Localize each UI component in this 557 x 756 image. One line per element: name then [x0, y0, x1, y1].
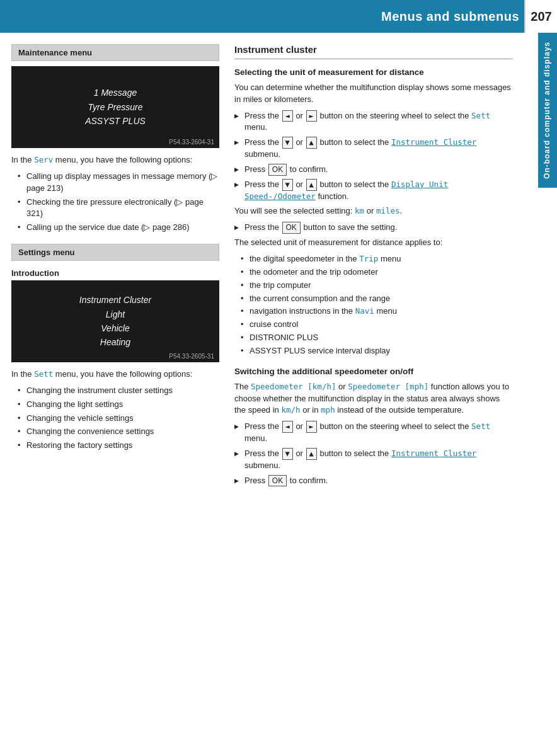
list-item: Changing the convenience settings: [18, 426, 219, 438]
settings-menu-image: Instrument Cluster Light Vehicle Heating…: [11, 280, 219, 362]
page-number: 207: [524, 0, 557, 33]
list-item: cruise control: [241, 319, 513, 331]
maintenance-image-caption: P54.33-2604-31: [169, 139, 214, 146]
maintenance-image-line2: Tyre Pressure: [88, 100, 143, 114]
miles-ref: miles: [376, 206, 400, 215]
serv-menu-ref: Serv: [34, 155, 53, 164]
section2-steps: Press the ◄ or ► button on the steering …: [234, 421, 513, 486]
kmh-ref: km/h: [281, 405, 300, 415]
step5-list: Press the OK button to save the setting.: [234, 222, 513, 234]
maintenance-menu-image: 1 Message Tyre Pressure ASSYST PLUS P54.…: [11, 66, 219, 148]
maintenance-intro: In the Serv menu, you have the following…: [11, 154, 219, 166]
step-2: Press the ▼ or ▲ button to select the In…: [234, 137, 513, 161]
step-5: Press the OK button to save the setting.: [234, 222, 513, 234]
step-3: Press OK to confirm.: [234, 164, 513, 176]
s2-step-3: Press OK to confirm.: [234, 475, 513, 487]
s2-step-1: Press the ◄ or ► button on the steering …: [234, 421, 513, 445]
km-ref: km: [355, 206, 364, 215]
list-item: navigation instructions in the Navi menu: [241, 306, 513, 318]
speedometer-kmh-ref: Speedometer [km/h]: [251, 382, 336, 391]
sett-ref: Sett: [471, 111, 490, 120]
section1-heading: Selecting the unit of measurement for di…: [234, 67, 513, 79]
up-arrow-btn3: ▲: [306, 448, 317, 460]
divider: [234, 59, 513, 59]
step-1: Press the ◄ or ► button on the steering …: [234, 110, 513, 134]
applies-list: the digital speedometer in the Trip menu…: [234, 253, 513, 357]
instrument-cluster-ref2: Instrument Cluster: [391, 449, 476, 458]
section1-steps: Press the ◄ or ► button on the steering …: [234, 110, 513, 203]
list-item: the trip computer: [241, 280, 513, 292]
up-arrow-btn2: ▲: [306, 179, 317, 191]
instrument-cluster-ref: Instrument Cluster: [391, 137, 476, 147]
list-item: the current consumption and the range: [241, 293, 513, 305]
ok-btn3: OK: [268, 475, 287, 487]
down-arrow-btn: ▼: [282, 137, 293, 149]
navi-ref: Navi: [355, 306, 374, 316]
maintenance-menu-label: Maintenance menu: [11, 44, 219, 61]
list-item: ASSYST PLUS service interval display: [241, 345, 513, 357]
top-header: Menus and submenus: [0, 0, 557, 33]
ok-btn: OK: [268, 164, 287, 176]
s2-step-2: Press the ▼ or ▲ button to select the In…: [234, 448, 513, 472]
right-arrow-btn: ►: [306, 110, 317, 122]
maintenance-options-list: Calling up display messages in message m…: [11, 171, 219, 234]
instrument-cluster-heading: Instrument cluster: [234, 44, 513, 55]
main-content: Maintenance menu 1 Message Tyre Pressure…: [0, 33, 538, 501]
side-tab: On-board computer and displays: [538, 33, 557, 188]
list-item: the digital speedometer in the Trip menu: [241, 253, 513, 265]
settings-image-line4: Heating: [100, 335, 130, 349]
section2-para: The Speedometer [km/h] or Speedometer [m…: [234, 381, 513, 417]
settings-image-line1: Instrument Cluster: [79, 293, 151, 307]
down-arrow-btn3: ▼: [282, 448, 293, 460]
left-arrow-btn3: ◄: [282, 421, 293, 433]
list-item: DISTRONIC PLUS: [241, 332, 513, 344]
list-item: Changing the vehicle settings: [18, 413, 219, 425]
settings-image-line2: Light: [106, 307, 125, 321]
settings-image-caption: P54.33-2605-31: [169, 353, 214, 360]
settings-options-list: Changing the instrument cluster settings…: [11, 385, 219, 452]
trip-ref: Trip: [359, 254, 378, 263]
display-unit-ref: Display Unit Speed-/Odometer: [244, 180, 448, 201]
list-item: Changing the light settings: [18, 399, 219, 411]
maintenance-image-line3: ASSYST PLUS: [85, 114, 146, 128]
settings-image-line3: Vehicle: [101, 321, 129, 335]
right-column: Instrument cluster Selecting the unit of…: [234, 44, 513, 490]
down-arrow-btn2: ▼: [282, 179, 293, 191]
left-arrow-btn: ◄: [282, 110, 293, 122]
ok-btn2: OK: [282, 222, 301, 234]
speedometer-mph-ref: Speedometer [mph]: [348, 382, 428, 391]
list-item: Calling up display messages in message m…: [18, 171, 219, 195]
settings-intro: In the Sett menu, you have the following…: [11, 369, 219, 381]
header-title: Menus and submenus: [381, 9, 519, 24]
up-arrow-btn: ▲: [306, 137, 317, 149]
section1-para: You can determine whether the multifunct…: [234, 82, 513, 106]
section2-heading: Switching the additional speedometer on/…: [234, 366, 513, 378]
list-item: the odometer and the trip odometer: [241, 266, 513, 278]
step-4: Press the ▼ or ▲ button to select the Di…: [234, 179, 513, 203]
list-item: Restoring the factory settings: [18, 440, 219, 452]
introduction-heading: Introduction: [11, 268, 219, 278]
right-arrow-btn3: ►: [306, 421, 317, 433]
mph-ref: mph: [321, 405, 335, 415]
left-column: Maintenance menu 1 Message Tyre Pressure…: [11, 44, 219, 490]
list-item: Checking the tire pressure electronicall…: [18, 197, 219, 220]
sett-menu-ref: Sett: [34, 369, 53, 379]
sett-ref2: Sett: [471, 421, 490, 431]
applies-heading: The selected unit of measurement for dis…: [234, 237, 513, 249]
after-step4-text: You will see the selected setting: km or…: [234, 205, 513, 217]
list-item: Calling up the service due date (▷ page …: [18, 222, 219, 234]
settings-menu-label: Settings menu: [11, 244, 219, 261]
maintenance-image-line1: 1 Message: [94, 86, 137, 100]
list-item: Changing the instrument cluster settings: [18, 385, 219, 397]
